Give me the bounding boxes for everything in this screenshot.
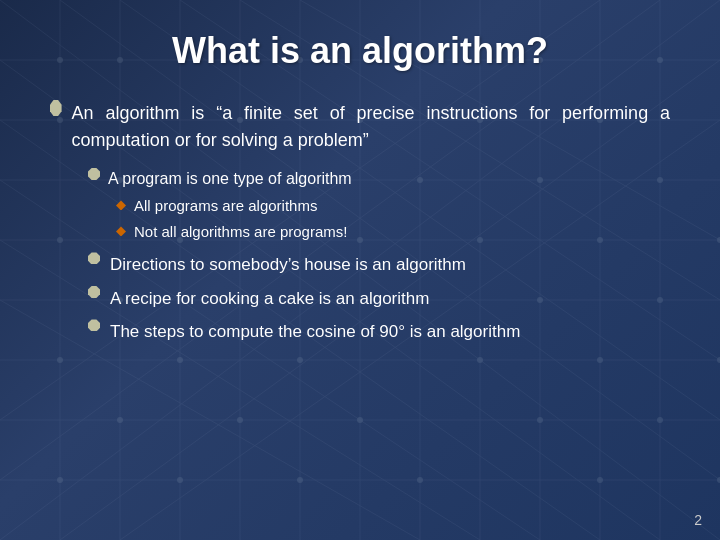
- level2-bullet-2-icon: [116, 226, 126, 236]
- svg-point-77: [417, 477, 423, 483]
- svg-point-74: [57, 477, 63, 483]
- svg-point-71: [357, 417, 363, 423]
- level2-bullet-directions: Directions to somebody’s house is an alg…: [88, 252, 670, 278]
- svg-point-75: [177, 477, 183, 483]
- level2-bullet-2-text: Not all algorithms are programs!: [134, 221, 347, 242]
- sub-bullet-1-icon: [88, 168, 100, 180]
- level2-bullet-directions-icon: [88, 252, 100, 264]
- slide-background: What is an algorithm? An algorithm is “a…: [0, 0, 720, 540]
- svg-point-69: [117, 417, 123, 423]
- svg-point-73: [657, 417, 663, 423]
- svg-point-76: [297, 477, 303, 483]
- svg-point-70: [237, 417, 243, 423]
- main-bullet-text: An algorithm is “a finite set of precise…: [72, 100, 670, 154]
- level2-bullet-recipe-icon: [88, 286, 100, 298]
- slide-title: What is an algorithm?: [50, 30, 670, 72]
- level2-container-1: All programs are algorithms Not all algo…: [116, 195, 670, 242]
- level2-bullet-directions-text: Directions to somebody’s house is an alg…: [110, 252, 466, 278]
- level2-bullet-1-text: All programs are algorithms: [134, 195, 317, 216]
- level2-bullet-1: All programs are algorithms: [116, 195, 670, 216]
- sub-bullets-container: A program is one type of algorithm All p…: [88, 168, 670, 242]
- sub-bullet-1-text: A program is one type of algorithm: [108, 168, 352, 190]
- level2-bullet-2: Not all algorithms are programs!: [116, 221, 670, 242]
- svg-point-72: [537, 417, 543, 423]
- main-bullet-icon: [50, 100, 62, 116]
- level2-bullet-recipe: A recipe for cooking a cake is an algori…: [88, 286, 670, 312]
- slide-number: 2: [694, 512, 702, 528]
- main-bullet: An algorithm is “a finite set of precise…: [50, 100, 670, 154]
- svg-point-78: [597, 477, 603, 483]
- level2-bullet-cosine-text: The steps to compute the cosine of 90° i…: [110, 319, 520, 345]
- level2-bullets-container: Directions to somebody’s house is an alg…: [88, 252, 670, 345]
- level2-bullet-recipe-text: A recipe for cooking a cake is an algori…: [110, 286, 429, 312]
- level2-bullet-cosine-icon: [88, 319, 100, 331]
- slide-content: What is an algorithm? An algorithm is “a…: [0, 0, 720, 373]
- level2-bullet-cosine: The steps to compute the cosine of 90° i…: [88, 319, 670, 345]
- level2-bullet-1-icon: [116, 200, 126, 210]
- sub-bullet-1: A program is one type of algorithm: [88, 168, 670, 190]
